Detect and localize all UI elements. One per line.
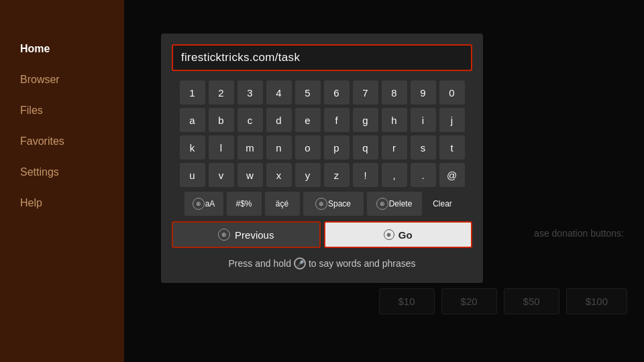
key-l[interactable]: l (209, 135, 234, 160)
key-g[interactable]: g (353, 108, 378, 132)
key-row-2: k l m n o p q r s t (172, 135, 472, 160)
key-x[interactable]: x (266, 163, 292, 187)
key-6[interactable]: 6 (324, 80, 350, 105)
go-button[interactable]: ⊕ Go (324, 221, 473, 248)
go-circle-icon: ⊕ (384, 229, 394, 240)
key-b[interactable]: b (209, 108, 234, 132)
key-9[interactable]: 9 (411, 80, 436, 105)
go-label: Go (398, 229, 413, 241)
mic-icon: 🎤 (294, 257, 306, 269)
key-8[interactable]: 8 (382, 80, 407, 105)
key-exclaim[interactable]: ! (353, 163, 378, 187)
prev-circle-icon: ⊕ (218, 229, 230, 241)
keyboard-panel: firesticktricks.com/task 1 2 3 4 5 6 7 8… (161, 34, 483, 283)
key-k[interactable]: k (180, 135, 205, 160)
key-4[interactable]: 4 (266, 80, 292, 105)
press-hold-text: Press and hold (229, 258, 291, 269)
key-2[interactable]: 2 (209, 80, 234, 105)
key-e[interactable]: e (295, 108, 321, 132)
key-v[interactable]: v (209, 163, 234, 187)
key-clear[interactable]: Clear (425, 192, 460, 216)
key-delete[interactable]: ⊕Delete (367, 192, 422, 216)
hint-row: Press and hold 🎤 to say words and phrase… (172, 257, 472, 269)
key-r[interactable]: r (382, 135, 407, 160)
key-t[interactable]: t (439, 135, 465, 160)
key-symbols[interactable]: #$% (227, 192, 262, 216)
key-i[interactable]: i (411, 108, 436, 132)
delete-circle-icon: ⊕ (376, 198, 388, 210)
key-row-1: a b c d e f g h i j (172, 108, 472, 132)
key-accent[interactable]: äçé (265, 192, 300, 216)
key-row-3: u v w x y z ! , . @ (172, 163, 472, 187)
space-circle-icon: ⊕ (315, 198, 327, 210)
key-shift[interactable]: ⊕aA (184, 192, 223, 216)
key-5[interactable]: 5 (295, 80, 321, 105)
hint-suffix-text: to say words and phrases (309, 258, 416, 269)
key-period[interactable]: . (411, 163, 436, 187)
key-u[interactable]: u (180, 163, 205, 187)
key-q[interactable]: q (353, 135, 378, 160)
previous-button[interactable]: ⊕ Previous (172, 221, 321, 248)
key-n[interactable]: n (266, 135, 292, 160)
sidebar-item-settings[interactable]: Settings (0, 157, 124, 188)
key-m[interactable]: m (237, 135, 263, 160)
key-z[interactable]: z (324, 163, 350, 187)
key-o[interactable]: o (295, 135, 321, 160)
key-f[interactable]: f (324, 108, 350, 132)
sidebar-item-favorites[interactable]: Favorites (0, 126, 124, 157)
key-p[interactable]: p (324, 135, 350, 160)
sidebar: Home Browser Files Favorites Settings He… (0, 0, 124, 362)
shift-circle-icon: ⊕ (193, 198, 205, 210)
key-comma[interactable]: , (382, 163, 407, 187)
key-s[interactable]: s (411, 135, 436, 160)
url-input[interactable]: firesticktricks.com/task (172, 44, 472, 71)
number-row: 1 2 3 4 5 6 7 8 9 0 (172, 80, 472, 105)
previous-label: Previous (235, 229, 274, 241)
key-0[interactable]: 0 (439, 80, 465, 105)
key-j[interactable]: j (439, 108, 465, 132)
key-at[interactable]: @ (439, 163, 465, 187)
key-w[interactable]: w (237, 163, 263, 187)
sidebar-item-files[interactable]: Files (0, 95, 124, 126)
key-7[interactable]: 7 (353, 80, 378, 105)
sidebar-item-browser[interactable]: Browser (0, 64, 124, 95)
key-y[interactable]: y (295, 163, 321, 187)
key-a[interactable]: a (180, 108, 205, 132)
key-d[interactable]: d (266, 108, 292, 132)
key-c[interactable]: c (237, 108, 263, 132)
special-key-row: ⊕aA #$% äçé ⊕Space ⊕Delete Clear (172, 192, 472, 216)
nav-row: ⊕ Previous ⊕ Go (172, 221, 472, 248)
key-1[interactable]: 1 (180, 80, 205, 105)
key-space[interactable]: ⊕Space (303, 192, 364, 216)
key-h[interactable]: h (382, 108, 407, 132)
keyboard-rows: 1 2 3 4 5 6 7 8 9 0 a b c d e f g h i j … (172, 80, 472, 216)
sidebar-item-home[interactable]: Home (0, 34, 124, 64)
sidebar-item-help[interactable]: Help (0, 188, 124, 219)
key-3[interactable]: 3 (237, 80, 263, 105)
